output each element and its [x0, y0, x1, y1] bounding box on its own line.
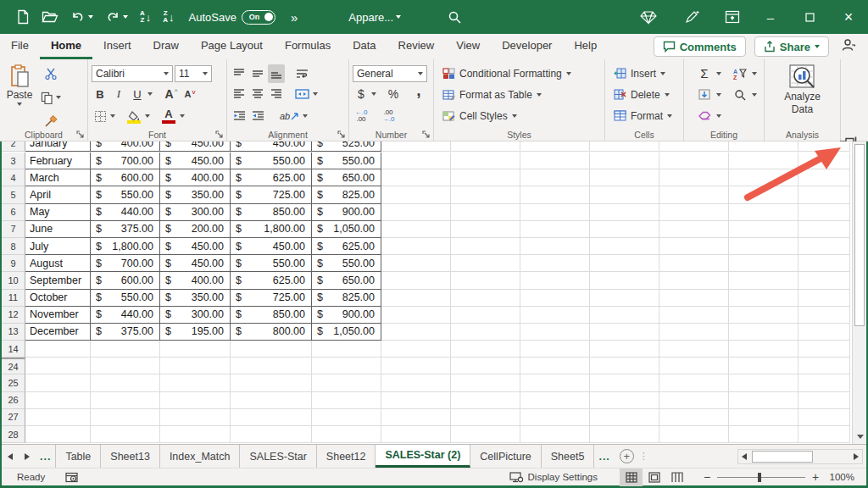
format-as-table-button[interactable]: Format as Table: [439, 84, 604, 105]
cell-empty[interactable]: [520, 324, 590, 341]
orientation-button[interactable]: ab: [278, 107, 301, 125]
cell-empty[interactable]: [312, 341, 381, 358]
cell-empty[interactable]: [381, 204, 451, 221]
cell-empty[interactable]: [91, 358, 160, 374]
cell-empty[interactable]: [91, 341, 160, 358]
horizontal-scrollbar-thumb[interactable]: [752, 451, 813, 463]
cell-empty[interactable]: [160, 392, 231, 409]
bold-button[interactable]: B: [92, 85, 108, 103]
cell-empty[interactable]: [798, 152, 850, 169]
cell-empty[interactable]: [590, 290, 659, 307]
clear-chevron[interactable]: [716, 114, 721, 118]
row-header[interactable]: 25: [2, 374, 25, 391]
cell-empty[interactable]: [381, 426, 451, 443]
decrease-decimal-button[interactable]: .00→.0: [380, 107, 397, 125]
zoom-in-button[interactable]: +: [810, 470, 821, 484]
merge-center-chevron[interactable]: [313, 92, 318, 96]
tab-draw[interactable]: Draw: [142, 34, 190, 59]
cell-empty[interactable]: [25, 358, 91, 374]
undo-button[interactable]: [64, 5, 99, 29]
more-sheets-left[interactable]: ...: [36, 445, 55, 468]
ribbon-display-options-icon[interactable]: [719, 5, 746, 29]
cell-value[interactable]: $400.00: [91, 141, 160, 152]
row-header[interactable]: 10: [2, 272, 25, 289]
align-bottom-button[interactable]: [268, 64, 285, 83]
cell-empty[interactable]: [381, 392, 451, 409]
zoom-slider[interactable]: [717, 477, 805, 478]
cell-empty[interactable]: [798, 186, 850, 203]
sheet-nav-right-button[interactable]: [19, 445, 36, 468]
cell-empty[interactable]: [798, 341, 850, 358]
autosave-toggle[interactable]: On: [242, 10, 275, 25]
cell-empty[interactable]: [590, 204, 659, 221]
cell-value[interactable]: $450.00: [160, 238, 231, 255]
paste-dropdown-chevron[interactable]: [17, 103, 22, 106]
accounting-chevron[interactable]: [371, 92, 376, 96]
analyze-data-button[interactable]: Analyze Data: [765, 59, 840, 116]
cell-month[interactable]: January: [25, 141, 91, 152]
cell-empty[interactable]: [798, 255, 850, 272]
font-color-chevron[interactable]: [180, 114, 185, 118]
format-painter-button[interactable]: [39, 112, 63, 130]
cell-value[interactable]: $550.00: [91, 290, 160, 307]
cell-value[interactable]: $600.00: [91, 272, 160, 289]
tab-view[interactable]: View: [445, 34, 491, 59]
cell-empty[interactable]: [91, 392, 160, 409]
cell-empty[interactable]: [231, 341, 312, 358]
cell-empty[interactable]: [520, 409, 590, 426]
cell-value[interactable]: $700.00: [91, 255, 160, 272]
percent-style-button[interactable]: %: [385, 85, 402, 103]
row-header[interactable]: 26: [2, 392, 25, 409]
align-center-button[interactable]: [249, 85, 266, 103]
cell-value[interactable]: $300.00: [160, 204, 231, 221]
cell-empty[interactable]: [659, 358, 729, 374]
sheet-tab-sales-star-2-[interactable]: SALES-Star (2): [376, 445, 470, 468]
row-header[interactable]: 5: [2, 186, 25, 203]
cell-empty[interactable]: [729, 272, 798, 289]
cell-empty[interactable]: [231, 426, 312, 443]
cell-empty[interactable]: [729, 141, 798, 152]
cell-value[interactable]: $300.00: [160, 307, 231, 324]
cell-empty[interactable]: [798, 141, 850, 152]
tab-formulas[interactable]: Formulas: [274, 34, 342, 59]
cell-empty[interactable]: [160, 409, 231, 426]
cell-value[interactable]: $900.00: [312, 307, 381, 324]
cell-empty[interactable]: [160, 426, 231, 443]
undo-dropdown-chevron[interactable]: [88, 15, 93, 19]
accounting-format-button[interactable]: $: [353, 85, 370, 103]
cell-empty[interactable]: [520, 169, 590, 186]
cell-value[interactable]: $440.00: [91, 307, 160, 324]
cell-month[interactable]: November: [25, 307, 91, 324]
cell-empty[interactable]: [729, 392, 798, 409]
increase-decimal-button[interactable]: ←.0.00: [353, 107, 370, 125]
sort-az-button[interactable]: AZ ↓: [134, 5, 157, 29]
spreadsheet-grid[interactable]: 2January$400.00$450.00$450.00$525.003Feb…: [2, 141, 852, 444]
page-break-view-button[interactable]: [665, 469, 688, 486]
font-color-button[interactable]: A: [159, 107, 178, 125]
cell-value[interactable]: $850.00: [231, 204, 312, 221]
cell-empty[interactable]: [659, 221, 729, 238]
cell-empty[interactable]: [451, 238, 520, 255]
cell-empty[interactable]: [451, 272, 520, 289]
cell-empty[interactable]: [520, 221, 590, 238]
row-header[interactable]: 7: [2, 221, 25, 238]
cell-empty[interactable]: [451, 152, 520, 169]
cell-empty[interactable]: [451, 255, 520, 272]
minimize-button[interactable]: –: [751, 0, 790, 34]
row-header[interactable]: 12: [2, 307, 25, 324]
cell-empty[interactable]: [25, 392, 91, 409]
cell-styles-button[interactable]: Cell Styles: [439, 105, 604, 126]
cell-empty[interactable]: [381, 272, 451, 289]
cell-value[interactable]: $625.00: [231, 272, 312, 289]
cell-month[interactable]: June: [25, 221, 91, 238]
cell-value[interactable]: $350.00: [160, 186, 231, 203]
cell-value[interactable]: $550.00: [231, 255, 312, 272]
cell-empty[interactable]: [91, 409, 160, 426]
cell-empty[interactable]: [798, 409, 850, 426]
macro-record-button[interactable]: [65, 472, 79, 483]
zoom-percent-label[interactable]: 100%: [821, 472, 854, 482]
hscroll-left-button[interactable]: [738, 453, 750, 460]
cell-empty[interactable]: [381, 307, 451, 324]
tab-page-layout[interactable]: Page Layout: [190, 34, 274, 59]
row-header[interactable]: 2: [2, 141, 25, 152]
